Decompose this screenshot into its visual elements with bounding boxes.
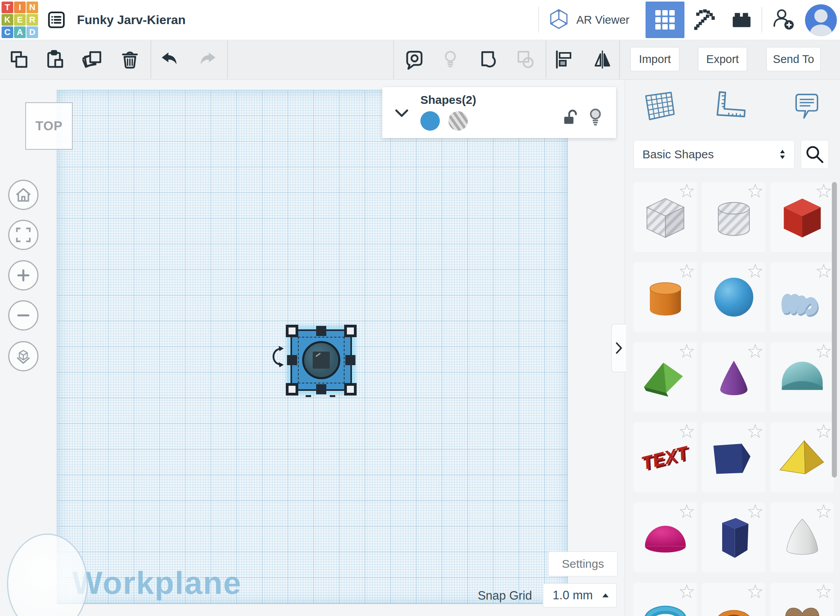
hide-selected-button[interactable] (439, 49, 461, 70)
shape-palette-grid: TEXT TEXT (634, 182, 833, 616)
edge-handle-bottom[interactable] (316, 384, 326, 394)
swatch-solid-blue[interactable] (420, 111, 440, 131)
rotate-handle[interactable] (268, 345, 285, 369)
scale-handle-top-right[interactable] (344, 325, 357, 337)
minecraft-pickaxe-button[interactable] (693, 0, 716, 40)
sidebar-collapse-tab[interactable] (611, 324, 626, 372)
lock-toggle[interactable] (564, 110, 580, 128)
edge-handle-top[interactable] (316, 326, 326, 336)
scale-handle-top-left[interactable] (286, 325, 298, 337)
favorite-star-icon[interactable] (679, 344, 695, 359)
favorite-star-icon[interactable] (679, 264, 695, 279)
shape-tile-tube[interactable] (702, 583, 765, 616)
favorite-star-icon[interactable] (747, 184, 763, 199)
shape-tile-hole-box[interactable] (634, 182, 697, 252)
favorite-star-icon[interactable] (816, 424, 831, 439)
design-title[interactable]: Funky Jarv-Kieran (77, 0, 186, 40)
favorite-star-icon[interactable] (679, 424, 695, 439)
notes-tool-button[interactable] (788, 89, 822, 125)
shape-tile-heart[interactable] (770, 583, 834, 616)
align-button[interactable] (553, 49, 575, 70)
duplicate-button[interactable] (82, 49, 103, 70)
ungroup-button[interactable] (514, 49, 536, 70)
favorite-star-icon[interactable] (747, 264, 763, 279)
favorite-star-icon[interactable] (747, 424, 763, 439)
swatch-hole-striped[interactable] (448, 111, 468, 131)
mirror-button[interactable] (592, 49, 613, 70)
tinkercad-logo[interactable]: T I N K E R C A D (2, 2, 38, 38)
toolbar-divider (150, 40, 151, 79)
shape-tile-paraboloid[interactable] (770, 502, 834, 572)
delete-button[interactable] (119, 49, 141, 70)
shape-tile-blue-sphere[interactable] (702, 262, 765, 332)
favorite-star-icon[interactable] (679, 584, 695, 600)
shape-tile-round-roof[interactable] (770, 342, 834, 412)
sidebar-scrollbar[interactable] (832, 182, 837, 478)
shape-tile-scribble[interactable] (770, 262, 834, 332)
settings-button[interactable]: Settings (548, 551, 618, 576)
scale-handle-bottom-right[interactable] (344, 383, 357, 396)
lego-blocks-button[interactable] (730, 0, 753, 40)
selection-info-panel: Shapes(2) (382, 87, 616, 138)
favorite-star-icon[interactable] (679, 184, 695, 199)
undo-button[interactable] (158, 49, 180, 70)
paste-button[interactable] (44, 49, 66, 70)
design-menu-icon[interactable] (47, 11, 65, 29)
chevron-right-icon (615, 341, 623, 355)
snap-grid-select[interactable]: 1.0 mm (543, 583, 617, 607)
edge-handle-left[interactable] (287, 355, 297, 365)
fit-view-button[interactable] (8, 220, 38, 250)
ar-viewer-icon (548, 9, 569, 31)
import-button[interactable]: Import (630, 47, 679, 71)
redo-button[interactable] (198, 49, 219, 70)
home-view-button[interactable] (8, 180, 38, 210)
shape-category-select[interactable]: Basic Shapes (634, 140, 794, 169)
zoom-out-button[interactable] (8, 300, 38, 331)
show-all-button[interactable] (404, 49, 425, 70)
favorite-star-icon[interactable] (816, 584, 831, 600)
lego-brick-icon (731, 9, 752, 30)
shape-tile-half-sphere[interactable] (634, 502, 697, 572)
favorite-star-icon[interactable] (816, 504, 831, 520)
send-to-button[interactable]: Send To (766, 47, 821, 71)
shape-tile-pyramid[interactable] (770, 422, 834, 492)
favorite-star-icon[interactable] (747, 584, 763, 600)
dashboard-grid-button[interactable] (646, 2, 684, 38)
favorite-star-icon[interactable] (816, 344, 831, 359)
logo-tile: C (2, 26, 13, 38)
search-shapes-button[interactable] (801, 140, 829, 169)
toolbar-divider (546, 40, 546, 79)
favorite-star-icon[interactable] (679, 504, 695, 520)
invite-collaborator-button[interactable] (772, 0, 796, 40)
ar-viewer-button[interactable]: AR Viewer (548, 0, 629, 40)
collapse-panel-chevron[interactable] (394, 109, 410, 120)
favorite-star-icon[interactable] (747, 504, 763, 520)
shape-tile-hex-prism[interactable] (702, 502, 765, 572)
group-button[interactable] (478, 49, 500, 70)
grid-icon (654, 9, 676, 31)
edge-handle-right[interactable] (345, 355, 355, 365)
workplane-tool-button[interactable] (642, 89, 679, 125)
visibility-toggle[interactable] (588, 108, 603, 128)
shape-tile-text[interactable]: TEXT TEXT (634, 422, 697, 492)
favorite-star-icon[interactable] (816, 264, 831, 279)
shape-tile-purple-cone[interactable] (702, 342, 765, 412)
shape-tile-red-box[interactable] (770, 182, 834, 252)
scale-handle-bottom-left[interactable] (286, 383, 298, 396)
export-button[interactable]: Export (698, 47, 747, 71)
shape-tile-torus[interactable] (634, 583, 697, 616)
shape-tile-wedge[interactable] (702, 422, 765, 492)
user-avatar[interactable] (805, 4, 837, 36)
toolbar-divider (393, 40, 394, 79)
zoom-in-button[interactable] (8, 260, 38, 290)
view-cube[interactable]: TOP (25, 102, 73, 150)
favorite-star-icon[interactable] (816, 184, 831, 199)
shape-tile-hole-cylinder[interactable] (702, 182, 765, 252)
perspective-toggle-button[interactable] (8, 341, 38, 371)
copy-button[interactable] (8, 49, 30, 70)
shape-tile-orange-cylinder[interactable] (634, 262, 697, 332)
workplane-tool-icon (642, 89, 679, 124)
ruler-tool-button[interactable] (711, 89, 748, 125)
shape-tile-green-roof[interactable] (634, 342, 697, 412)
favorite-star-icon[interactable] (747, 344, 763, 359)
